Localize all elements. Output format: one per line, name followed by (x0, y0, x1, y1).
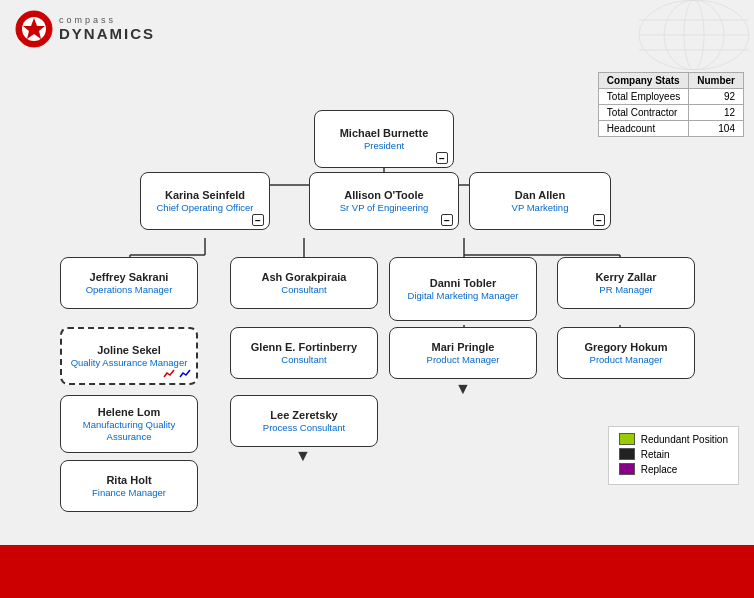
jeffrey-name: Jeffrey Sakrani (90, 270, 169, 284)
joline-icon1 (162, 367, 176, 381)
legend-retain-box (619, 448, 635, 460)
glenn-title: Consultant (281, 354, 326, 366)
legend: Redundant Position Retain Replace (608, 426, 739, 485)
main-area: compass DYNAMICS Company Stats Number To… (0, 0, 754, 545)
node-lee[interactable]: Lee Zeretsky Process Consultant (230, 395, 378, 447)
node-kerry[interactable]: Kerry Zallar PR Manager (557, 257, 695, 309)
stats-row-employees-label: Total Employees (598, 89, 688, 105)
karina-name: Karina Seinfeld (165, 188, 245, 202)
michael-title: President (364, 140, 404, 152)
lee-title: Process Consultant (263, 422, 345, 434)
legend-retain-label: Retain (641, 449, 670, 460)
arrow-below-danni: ▼ (455, 380, 471, 398)
stats-col-label: Company Stats (598, 73, 688, 89)
red-bar (0, 545, 754, 598)
node-allison[interactable]: Allison O'Toole Sr VP of Engineering − (309, 172, 459, 230)
node-glenn[interactable]: Glenn E. Fortinberry Consultant (230, 327, 378, 379)
legend-replace-box (619, 463, 635, 475)
ash-name: Ash Gorakpiraia (262, 270, 347, 284)
kerry-title: PR Manager (599, 284, 652, 296)
logo-dynamics-text: DYNAMICS (59, 26, 155, 43)
legend-retain: Retain (619, 448, 728, 460)
node-rita[interactable]: Rita Holt Finance Manager (60, 460, 198, 512)
kerry-name: Kerry Zallar (595, 270, 656, 284)
arrow-below-lee: ▼ (295, 447, 311, 465)
stats-col-number: Number (689, 73, 744, 89)
rita-name: Rita Holt (106, 473, 151, 487)
glenn-name: Glenn E. Fortinberry (251, 340, 357, 354)
karina-title: Chief Operating Officer (157, 202, 254, 214)
helene-name: Helene Lom (98, 405, 160, 419)
node-ash[interactable]: Ash Gorakpiraia Consultant (230, 257, 378, 309)
svg-point-3 (31, 26, 37, 32)
karina-collapse-btn[interactable]: − (252, 214, 264, 226)
jeffrey-title: Operations Manager (86, 284, 173, 296)
mari-name: Mari Pringle (432, 340, 495, 354)
logo-text: compass DYNAMICS (59, 16, 155, 42)
stats-table: Company Stats Number Total Employees 92 … (598, 72, 744, 137)
logo: compass DYNAMICS (15, 10, 155, 48)
allison-title: Sr VP of Engineering (340, 202, 429, 214)
globe-watermark (534, 0, 754, 70)
stats-row-headcount-label: Headcount (598, 121, 688, 137)
node-michael[interactable]: Michael Burnette President − (314, 110, 454, 168)
legend-redundant-label: Redundant Position (641, 434, 728, 445)
danni-title: Digital Marketing Manager (408, 290, 519, 302)
legend-redundant: Redundant Position (619, 433, 728, 445)
dan-name: Dan Allen (515, 188, 565, 202)
helene-title: Manufacturing Quality Assurance (69, 419, 189, 444)
logo-icon (15, 10, 53, 48)
danni-name: Danni Tobler (430, 276, 496, 290)
stats-row-contractor-label: Total Contractor (598, 105, 688, 121)
stats-row-employees-value: 92 (689, 89, 744, 105)
michael-name: Michael Burnette (340, 126, 429, 140)
allison-collapse-btn[interactable]: − (441, 214, 453, 226)
dan-collapse-btn[interactable]: − (593, 214, 605, 226)
legend-replace: Replace (619, 463, 728, 475)
gregory-title: Product Manager (590, 354, 663, 366)
node-gregory[interactable]: Gregory Hokum Product Manager (557, 327, 695, 379)
michael-collapse-btn[interactable]: − (436, 152, 448, 164)
stats-row-headcount-value: 104 (689, 121, 744, 137)
rita-title: Finance Manager (92, 487, 166, 499)
node-mari[interactable]: Mari Pringle Product Manager (389, 327, 537, 379)
node-jeffrey[interactable]: Jeffrey Sakrani Operations Manager (60, 257, 198, 309)
legend-redundant-box (619, 433, 635, 445)
node-dan[interactable]: Dan Allen VP Marketing − (469, 172, 611, 230)
lee-name: Lee Zeretsky (270, 408, 337, 422)
dan-title: VP Marketing (512, 202, 569, 214)
legend-replace-label: Replace (641, 464, 678, 475)
node-helene[interactable]: Helene Lom Manufacturing Quality Assuran… (60, 395, 198, 453)
joline-name: Joline Sekel (97, 343, 161, 357)
gregory-name: Gregory Hokum (584, 340, 667, 354)
mari-title: Product Manager (427, 354, 500, 366)
joline-icon2 (178, 367, 192, 381)
ash-title: Consultant (281, 284, 326, 296)
node-karina[interactable]: Karina Seinfeld Chief Operating Officer … (140, 172, 270, 230)
node-danni[interactable]: Danni Tobler Digital Marketing Manager (389, 257, 537, 321)
node-joline[interactable]: Joline Sekel Quality Assurance Manager (60, 327, 198, 385)
stats-row-contractor-value: 12 (689, 105, 744, 121)
allison-name: Allison O'Toole (344, 188, 423, 202)
